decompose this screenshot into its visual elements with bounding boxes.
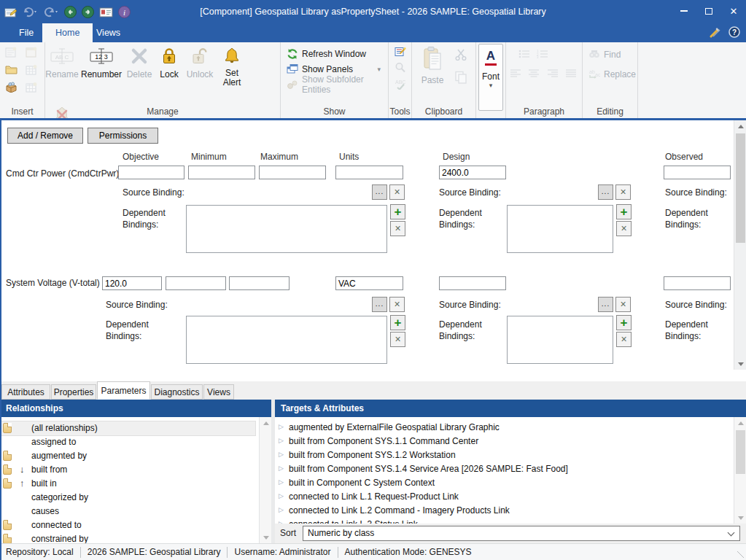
relationships-scrollbar[interactable] bbox=[259, 417, 271, 543]
list-item[interactable]: assigned to bbox=[0, 435, 255, 449]
list-item[interactable]: augmented by bbox=[0, 449, 255, 463]
list-item[interactable]: connected to bbox=[0, 518, 255, 532]
scrollbar-thumb[interactable] bbox=[736, 430, 745, 474]
rename-button[interactable]: AB C Rename bbox=[45, 44, 79, 101]
source-binding-clear-button[interactable]: × bbox=[389, 297, 405, 312]
list-item[interactable]: ▷ augmented by ExternalFile Geospatial L… bbox=[279, 421, 723, 435]
list-item[interactable]: ▷ built in Component C System Context bbox=[279, 477, 723, 491]
scroll-up-icon[interactable] bbox=[734, 417, 746, 429]
param-units-input[interactable] bbox=[335, 276, 403, 290]
param-observed-input[interactable] bbox=[664, 166, 731, 179]
spellcheck-icon[interactable]: ABC bbox=[395, 78, 406, 90]
insert-folder-icon[interactable] bbox=[5, 64, 17, 76]
insert-window-icon[interactable] bbox=[26, 47, 37, 58]
list-item[interactable]: ▷ built from Component SYS.1.4 Service A… bbox=[279, 463, 723, 477]
dependent-bindings-list[interactable] bbox=[507, 205, 613, 253]
tab-views[interactable]: Views bbox=[203, 384, 234, 400]
source-binding-browse-button[interactable]: ... bbox=[372, 297, 387, 312]
minimize-button[interactable] bbox=[672, 0, 696, 22]
align-right-icon[interactable] bbox=[547, 69, 559, 79]
dependent-bindings-remove-button[interactable]: × bbox=[390, 221, 405, 236]
tab-diagnostics[interactable]: Diagnostics bbox=[151, 384, 203, 400]
expander-icon[interactable]: ▷ bbox=[279, 478, 284, 486]
align-center-icon[interactable] bbox=[528, 69, 540, 79]
targets-scrollbar[interactable] bbox=[734, 417, 746, 524]
align-justify-icon[interactable] bbox=[565, 69, 577, 79]
param-maximum-input[interactable] bbox=[229, 276, 290, 290]
param-maximum-input[interactable] bbox=[259, 166, 326, 179]
search-icon[interactable] bbox=[395, 62, 406, 74]
sort-dropdown[interactable]: Numeric by class bbox=[303, 526, 740, 541]
dependent-bindings-add-button[interactable]: + bbox=[616, 315, 632, 330]
list-item[interactable]: ↑ built in bbox=[0, 477, 255, 491]
set-alert-button[interactable]: Set Alert bbox=[216, 44, 248, 101]
lock-button[interactable]: Lock bbox=[155, 44, 184, 101]
param-design-input[interactable] bbox=[439, 166, 506, 179]
tab-attributes[interactable]: Attributes bbox=[1, 384, 50, 400]
resize-grip[interactable] bbox=[737, 551, 744, 558]
show-subfolder-entities-button[interactable]: Show Subfolder Entities bbox=[281, 77, 388, 92]
list-item[interactable]: constrained by bbox=[0, 532, 255, 543]
list-item[interactable]: ▷ connected to Link L.2 Command - Imager… bbox=[279, 505, 723, 518]
expander-icon[interactable]: ▷ bbox=[279, 451, 284, 458]
tab-parameters[interactable]: Parameters bbox=[97, 381, 150, 400]
param-minimum-input[interactable] bbox=[188, 166, 255, 179]
param-units-input[interactable] bbox=[335, 166, 403, 179]
unlock-button[interactable]: Unlock bbox=[184, 44, 216, 101]
list-item[interactable]: ▷ built from Component SYS.1.2 Workstati… bbox=[279, 449, 723, 463]
tab-file[interactable]: File bbox=[6, 23, 47, 42]
find-button[interactable]: Find bbox=[583, 47, 637, 62]
cut-icon[interactable] bbox=[454, 48, 467, 63]
permissions-button[interactable]: Permissions bbox=[88, 128, 158, 144]
source-binding-clear-button[interactable]: × bbox=[615, 184, 631, 200]
font-button[interactable]: A Font ▾ bbox=[478, 44, 503, 111]
dependent-bindings-add-button[interactable]: + bbox=[616, 204, 632, 219]
expander-icon[interactable]: ▷ bbox=[279, 423, 284, 430]
param-objective-input[interactable] bbox=[118, 166, 184, 179]
insert-table-icon[interactable] bbox=[26, 64, 37, 76]
dependent-bindings-add-button[interactable]: + bbox=[390, 204, 405, 219]
source-binding-clear-button[interactable]: × bbox=[615, 297, 631, 312]
list-item[interactable]: ▷ connected to Link L.1 Request-Product … bbox=[279, 491, 723, 505]
close-button[interactable]: ✕ bbox=[721, 0, 746, 22]
replace-button[interactable]: abac Replace bbox=[583, 66, 637, 82]
refresh-window-button[interactable]: Refresh Window bbox=[281, 46, 388, 61]
add-remove-button[interactable]: Add / Remove bbox=[7, 128, 83, 144]
param-observed-input[interactable] bbox=[664, 276, 731, 290]
param-objective-input[interactable] bbox=[102, 276, 162, 290]
numbered-list-icon[interactable]: 123 bbox=[537, 50, 548, 61]
bullet-list-icon[interactable] bbox=[518, 50, 530, 61]
scroll-down-icon[interactable] bbox=[734, 358, 746, 370]
scrollbar-thumb[interactable] bbox=[736, 133, 745, 243]
expander-icon[interactable]: ▷ bbox=[279, 437, 284, 444]
tab-properties[interactable]: Properties bbox=[51, 384, 96, 400]
source-binding-browse-button[interactable]: ... bbox=[598, 297, 613, 312]
scroll-down-icon[interactable] bbox=[734, 512, 746, 524]
list-item[interactable]: categorized by bbox=[0, 491, 255, 505]
insert-package-icon[interactable] bbox=[5, 82, 17, 93]
parameters-vertical-scrollbar[interactable] bbox=[734, 120, 746, 370]
source-binding-clear-button[interactable]: × bbox=[389, 184, 405, 200]
delete-button[interactable]: Delete bbox=[124, 44, 155, 101]
scroll-up-icon[interactable] bbox=[260, 417, 271, 429]
paste-button[interactable]: Paste bbox=[415, 44, 450, 101]
entity-wizard-icon[interactable] bbox=[395, 46, 406, 58]
insert-grid-icon[interactable] bbox=[26, 82, 37, 93]
dependent-bindings-add-button[interactable]: + bbox=[390, 315, 405, 330]
list-item[interactable]: ↓ built from bbox=[0, 463, 255, 477]
insert-entity-icon[interactable] bbox=[5, 47, 17, 58]
tab-views[interactable]: Views bbox=[83, 23, 133, 42]
help-icon[interactable]: ? bbox=[728, 26, 740, 40]
expander-icon[interactable]: ▷ bbox=[279, 506, 284, 513]
scroll-down-icon[interactable] bbox=[260, 532, 271, 543]
customize-tools-icon[interactable] bbox=[710, 26, 721, 40]
list-item[interactable]: ▷ connected to Link L.3 Status Link bbox=[279, 518, 723, 524]
show-panels-caret-icon[interactable]: ▾ bbox=[377, 66, 381, 73]
dependent-bindings-list[interactable] bbox=[186, 316, 387, 364]
source-binding-browse-button[interactable]: ... bbox=[598, 184, 613, 200]
scroll-up-icon[interactable] bbox=[734, 120, 746, 132]
expander-icon[interactable]: ▷ bbox=[279, 492, 284, 499]
param-design-input[interactable] bbox=[439, 276, 506, 290]
dependent-bindings-remove-button[interactable]: × bbox=[616, 332, 632, 347]
expander-icon[interactable]: ▷ bbox=[279, 464, 284, 472]
